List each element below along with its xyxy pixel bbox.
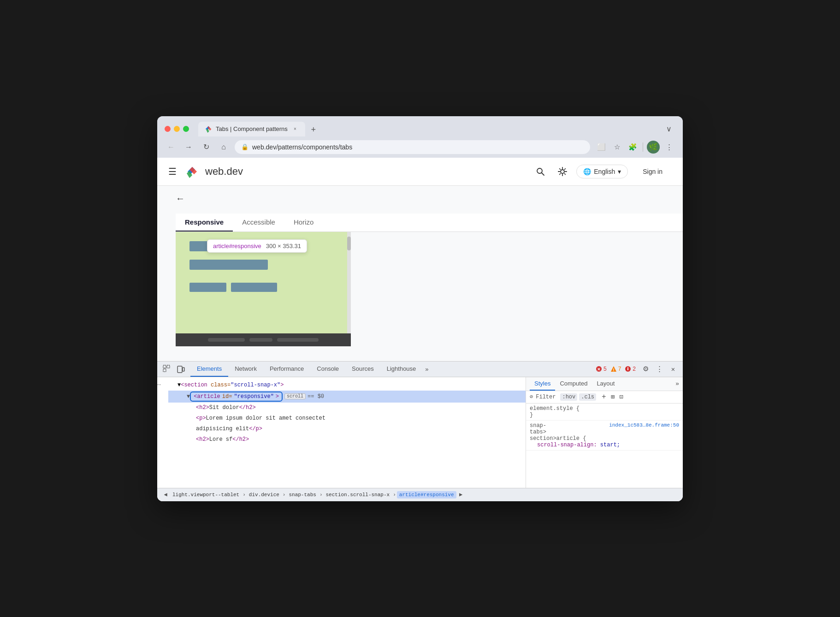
devtools-status: ✕ 5 ! 7 2 [596,366,636,372]
devtools-more-button[interactable]: ⋮ [653,363,665,375]
avatar[interactable]: 🌿 [647,141,660,154]
svg-rect-22 [627,367,628,368]
tooltip-size: 300 × 353.31 [266,243,301,249]
address-bar: ← → ↻ ⌂ 🔒 ⬜ ☆ 🧩 🌿 ⋮ [157,136,683,158]
styles-tab-computed[interactable]: Computed [555,377,592,391]
forward-button[interactable]: → [182,141,195,154]
address-wrapper: 🔒 [235,140,590,154]
devtools-tab-sources[interactable]: Sources [345,362,380,377]
avatar-icon: 🌿 [649,142,658,151]
svg-line-1 [542,173,544,175]
search-button[interactable] [532,163,549,180]
scroll-indicator[interactable] [347,232,351,333]
site-logo[interactable]: web.dev [184,163,243,180]
open-in-new-tab-button[interactable]: ⬜ [595,141,608,154]
site-header: ☰ web.dev [157,158,683,186]
scroll-badge: scroll [284,393,306,399]
dom-row-menu[interactable]: … [157,380,168,387]
devtools-content: … ▼ <section class= "scroll-snap-x" > [157,377,683,488]
hamburger-menu-button[interactable]: ☰ [168,166,177,177]
devtools-more-tabs-button[interactable]: » [422,362,431,376]
svg-rect-13 [167,365,170,368]
styles-more-tabs: » [675,377,679,391]
demo-tab-responsive[interactable]: Responsive [176,214,233,231]
error-count[interactable]: ✕ 5 [596,366,607,372]
bookmark-button[interactable]: ☆ [610,141,623,154]
devtools-tab-elements[interactable]: Elements [190,362,228,377]
filter-tag-hov[interactable]: :hov [560,393,577,401]
new-tab-button[interactable]: + [307,124,320,136]
tab-close-button[interactable]: × [291,125,299,133]
breadcrumb-item-scrollsnapx[interactable]: section.scroll-snap-x [324,491,392,498]
style-rule-element: element.style { } [526,403,683,421]
nav-pill-1[interactable] [208,338,245,342]
styles-tab-layout[interactable]: Layout [592,377,619,391]
breadcrumb-item-snaptabs[interactable]: snap-tabs [286,491,318,498]
dom-dollar-sign: == $0 [308,393,324,400]
maximize-window-button[interactable] [183,126,189,132]
filter-tags: :hov .cls [560,393,596,401]
theme-toggle-button[interactable] [554,163,571,180]
styles-panel-btn2[interactable]: ⊡ [619,393,623,401]
breadcrumb-item-responsive[interactable]: article#responsive [397,491,456,498]
minimize-window-button[interactable] [174,126,180,132]
dom-row-4a: <p> Lorem ipsum dolor sit amet consectet [168,413,526,424]
rule-source[interactable]: index_1c583…8e.frame:50 [609,422,679,428]
svg-point-2 [561,170,564,173]
site-nav-right: 🌐 English ▾ Sign in [532,163,672,180]
nav-pill-3[interactable] [277,338,319,342]
element-style-close: } [530,412,533,418]
devtools-tab-console[interactable]: Console [310,362,345,377]
filter-tag-cls[interactable]: .cls [579,393,596,401]
styles-more-tabs-button[interactable]: » [675,380,679,387]
webdev-logo-icon [184,163,201,180]
devtools-tab-performance[interactable]: Performance [263,362,310,377]
breadcrumb-prev-button[interactable]: ◀ [161,490,170,499]
device-toggle-button[interactable] [175,363,187,375]
nav-pill-2[interactable] [249,338,272,342]
back-button[interactable]: ← [165,141,177,154]
scroll-snap-prop: scroll-snap-align: [537,442,597,448]
address-input[interactable] [235,140,590,154]
demo-tab-horizontal[interactable]: Horizo [284,214,323,231]
devtools-tab-lighthouse[interactable]: Lighthouse [380,362,423,377]
browser-tab-active[interactable]: Tabs | Component patterns × [198,122,305,136]
home-button[interactable]: ⌂ [217,141,230,154]
content-block-2 [189,260,268,270]
back-navigation-button[interactable]: ← [176,193,185,204]
element-highlight-box: <article id= "responsive" > [190,392,283,402]
scroll-thumb [347,237,351,250]
devtools-close-button[interactable]: × [667,363,679,375]
tabs-demo: Responsive Accessible Horizo article#res… [176,214,683,346]
inspect-element-button[interactable] [161,363,173,375]
add-style-rule-button[interactable]: + [602,393,606,401]
dom-row-selected[interactable]: ▼ <article id= "responsive" > scroll == … [168,391,526,403]
breadcrumb-next-button[interactable]: ▶ [456,490,466,499]
devtools-tab-network[interactable]: Network [228,362,263,377]
svg-rect-21 [627,368,628,370]
tab-overflow-button[interactable]: ∨ [663,123,675,136]
svg-text:✕: ✕ [597,367,601,372]
styles-panel-btn1[interactable]: ⊞ [611,393,615,401]
breadcrumb-separator-3: › [319,492,323,498]
styles-tab-styles[interactable]: Styles [530,377,555,391]
sign-in-button[interactable]: Sign in [633,164,672,179]
chrome-menu-button[interactable]: ⋮ [663,141,675,154]
info-count[interactable]: 2 [625,366,636,372]
reload-button[interactable]: ↻ [200,141,213,154]
lock-icon: 🔒 [241,143,248,150]
breadcrumb-item-viewport[interactable]: light.viewport--tablet [170,491,242,498]
language-button[interactable]: 🌐 English ▾ [576,165,628,178]
close-window-button[interactable] [165,126,171,132]
extensions-button[interactable]: 🧩 [626,141,639,154]
globe-icon: 🌐 [583,168,591,175]
dom-row-1: ▼ <section class= "scroll-snap-x" > [168,380,526,391]
filter-icon: ⊘ [530,393,533,400]
settings-button[interactable]: ⚙ [639,363,651,375]
dom-panel: … ▼ <section class= "scroll-snap-x" > [157,377,526,488]
divider [643,142,643,152]
scroll-snap-val: start; [600,442,620,448]
breadcrumb-item-device[interactable]: div.device [247,491,282,498]
demo-tab-accessible[interactable]: Accessible [233,214,284,231]
warning-count[interactable]: ! 7 [610,366,621,372]
